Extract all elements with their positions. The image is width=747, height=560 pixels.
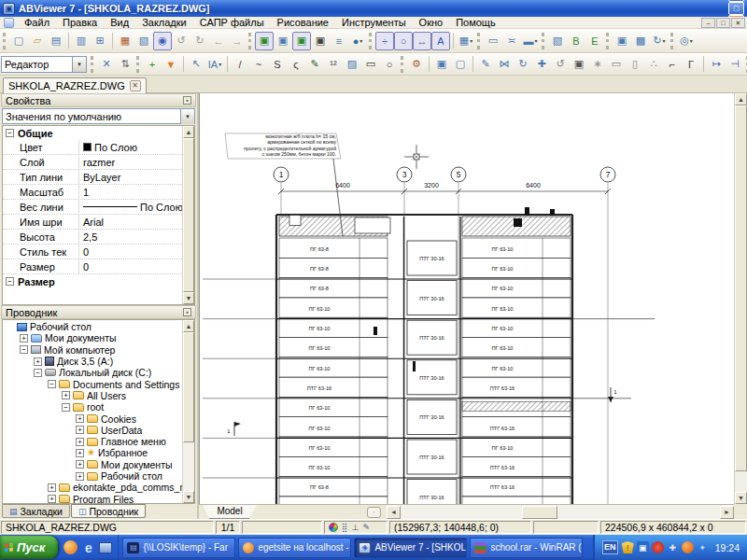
scroll-up-icon[interactable]: ▲ xyxy=(183,320,194,332)
menu-item-8[interactable]: Помощь xyxy=(449,17,502,29)
tree-item[interactable]: +Program Files xyxy=(3,493,182,504)
measure-ruler-icon[interactable]: ▭ xyxy=(484,32,502,50)
dim-vertical-icon[interactable]: ⊣ xyxy=(726,55,744,74)
expand-icon[interactable]: + xyxy=(76,449,84,457)
arc-icon[interactable]: S xyxy=(268,55,287,74)
expand-icon[interactable]: + xyxy=(76,472,84,481)
pin-icon[interactable]: ▪ xyxy=(183,308,191,316)
expand-icon[interactable]: + xyxy=(76,414,84,423)
edit-draw-icon[interactable]: ✎ xyxy=(476,55,495,74)
expand-icon[interactable]: + xyxy=(76,438,84,446)
scroll-right-icon[interactable]: ► xyxy=(720,506,734,519)
copy-bmp-icon[interactable]: B xyxy=(567,32,585,50)
horizontal-scrollbar[interactable]: ◄ ► xyxy=(387,505,734,520)
expand-icon[interactable]: + xyxy=(62,391,70,399)
status-pen-icon[interactable]: ✎ xyxy=(362,522,370,534)
tree-item[interactable]: +All Users xyxy=(3,390,182,401)
menu-item-0[interactable]: Файл xyxy=(18,17,56,29)
scroll-up-icon[interactable]: ▲ xyxy=(183,126,194,138)
delete-icon[interactable]: ✕ xyxy=(97,55,116,74)
rotate-icon[interactable]: ↻ xyxy=(514,55,532,74)
tree-item[interactable]: +Главное меню xyxy=(3,436,182,447)
mdi-close-button[interactable]: ✕ xyxy=(731,18,745,28)
scroll-left-icon[interactable]: ◄ xyxy=(387,506,401,519)
open-icon[interactable]: ▱ xyxy=(28,32,47,50)
taskbar-task[interactable]: school.rar - WinRAR (ev... xyxy=(470,538,583,558)
redo-icon[interactable]: ↻ xyxy=(190,32,209,50)
update-icon[interactable]: ✚ xyxy=(667,541,679,553)
pin-icon[interactable]: ▪ xyxy=(183,96,191,105)
move-icon[interactable]: ✚ xyxy=(532,55,551,74)
select-arrow-icon[interactable]: ↖ xyxy=(187,55,205,74)
expand-icon[interactable]: + xyxy=(76,460,84,469)
model-tab[interactable]: Model xyxy=(203,505,257,519)
scroll-up-icon[interactable]: ▲ xyxy=(735,93,747,105)
property-row[interactable]: Размер0 xyxy=(3,259,182,274)
text-insert-icon[interactable]: IA▾ xyxy=(205,55,224,74)
scroll-down-icon[interactable]: ▼ xyxy=(183,491,194,503)
property-row[interactable]: Тип линиByLayer xyxy=(3,170,182,185)
tree-item[interactable]: −Мой компьютер xyxy=(3,344,182,356)
collapse-icon[interactable]: − xyxy=(62,403,70,412)
new-icon[interactable]: ▢ xyxy=(9,32,28,50)
print-preview-icon[interactable]: ⊞ xyxy=(91,32,109,50)
chamfer-icon[interactable]: Γ xyxy=(682,55,700,74)
text-style-icon[interactable]: A xyxy=(431,32,450,50)
messenger-icon[interactable]: ✦ xyxy=(697,541,709,553)
taskbar-task[interactable]: ◈ABViewer 7 - [SHKOLA... xyxy=(354,538,467,558)
menu-item-1[interactable]: Правка xyxy=(56,17,104,29)
spline-icon[interactable]: ς xyxy=(287,55,305,74)
maximize-button[interactable]: □ xyxy=(728,2,744,15)
spin-icon[interactable]: ⇅ xyxy=(116,55,134,74)
node-edit-icon[interactable]: ∴ xyxy=(644,55,663,74)
pen-icon[interactable]: ✎ xyxy=(305,55,324,74)
panels-icon[interactable]: ▦▾ xyxy=(457,32,475,50)
explode-icon[interactable]: ∗ xyxy=(588,55,607,74)
view-black-icon[interactable]: ▣ xyxy=(311,32,330,50)
collapse-icon[interactable]: − xyxy=(6,129,14,137)
render-icon[interactable]: ●▾ xyxy=(348,32,367,50)
show-desktop-icon[interactable] xyxy=(99,542,112,553)
agent-icon[interactable] xyxy=(682,541,694,553)
network-icon[interactable]: ▣ xyxy=(637,541,649,553)
menu-item-3[interactable]: Закладки xyxy=(135,17,193,29)
scrollbar-thumb[interactable] xyxy=(522,506,557,519)
tree-item[interactable]: +Рабочий стол xyxy=(3,470,182,482)
editor-mode-combobox[interactable]: Редактор▼ xyxy=(1,56,87,73)
property-row[interactable]: Слойrazmer xyxy=(3,155,182,170)
property-value[interactable]: 2,5 xyxy=(79,231,182,243)
tree-item[interactable]: +Cookies xyxy=(3,413,182,424)
property-value[interactable]: 1 xyxy=(79,187,182,198)
add-icon[interactable]: + xyxy=(143,55,162,74)
menu-item-4[interactable]: САПР файлы xyxy=(193,17,271,29)
expand-icon[interactable]: + xyxy=(34,357,42,366)
tree-item[interactable]: +UserData xyxy=(3,425,182,436)
collapse-icon[interactable]: − xyxy=(20,345,28,354)
copy-view-icon[interactable]: ▣ xyxy=(613,32,631,50)
property-row[interactable]: Вес линиПо Слою xyxy=(3,200,182,215)
status-ortho-icon[interactable]: ⊥ xyxy=(352,522,359,534)
options-icon[interactable]: ▦ xyxy=(116,32,134,50)
measure-area-icon[interactable]: ▬▾ xyxy=(521,32,540,50)
layers-icon[interactable]: ≡ xyxy=(330,32,348,50)
capture-icon[interactable]: ▧ xyxy=(134,32,153,50)
property-row[interactable]: Имя шриArial xyxy=(3,215,182,230)
wrench-icon[interactable]: ⚙ xyxy=(407,55,426,74)
expand-icon[interactable]: + xyxy=(48,495,56,503)
properties-scrollbar[interactable]: ▲ ▼ xyxy=(182,126,194,304)
mdi-restore-button[interactable]: □ xyxy=(716,18,730,28)
tree-item[interactable]: +Мои документы xyxy=(3,332,182,343)
dimension-icon[interactable]: ¹² xyxy=(324,55,343,74)
property-value[interactable]: По Слою xyxy=(79,202,182,213)
scrollbar-thumb[interactable] xyxy=(183,332,194,442)
array2-icon[interactable]: ▯ xyxy=(626,55,644,74)
menu-item-6[interactable]: Инструменты xyxy=(335,17,413,29)
security-alert-icon[interactable] xyxy=(652,541,664,553)
chevron-down-icon[interactable]: ▼ xyxy=(180,109,194,124)
line-icon[interactable]: / xyxy=(231,55,249,74)
mdi-minimize-button[interactable]: – xyxy=(701,18,715,28)
snap-distance-icon[interactable]: ↔ xyxy=(413,32,431,50)
rotate-3d-icon[interactable]: ↻▾ xyxy=(650,32,669,50)
property-group-general[interactable]: −Общие xyxy=(3,126,182,140)
status-color-icon[interactable] xyxy=(329,523,338,532)
